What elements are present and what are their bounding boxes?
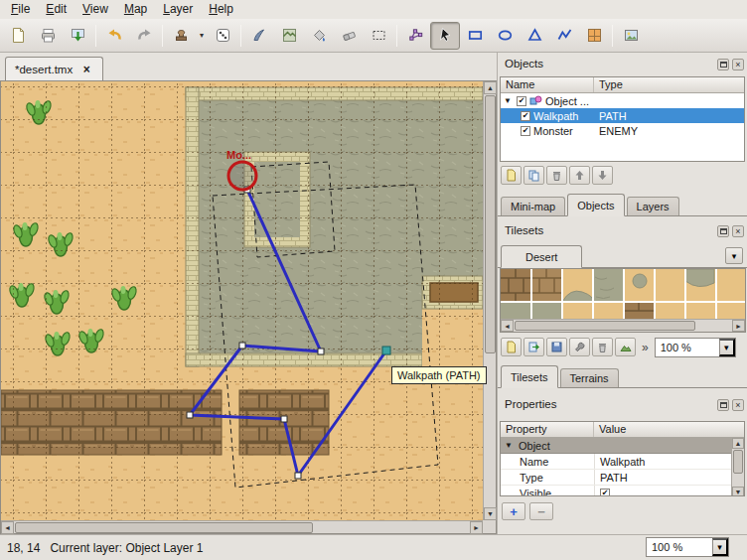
- image-layer-button[interactable]: [616, 22, 646, 50]
- tab-terrains[interactable]: Terrains: [560, 368, 619, 387]
- duplicate-object-button[interactable]: [523, 166, 544, 185]
- chevron-down-icon[interactable]: ▾: [719, 339, 735, 356]
- random-mode-button[interactable]: [208, 22, 237, 50]
- property-row-name[interactable]: Name Walkpath: [501, 454, 744, 470]
- eraser-button[interactable]: [334, 22, 364, 50]
- object-layer-row[interactable]: ▼ ✔ Object ...: [501, 93, 744, 108]
- scrollbar-thumb[interactable]: [15, 522, 313, 533]
- object-visibility-checkbox[interactable]: ✔: [521, 111, 530, 121]
- import-tileset-button[interactable]: [523, 338, 544, 356]
- remove-property-button[interactable]: −: [529, 502, 553, 520]
- expander-down-icon[interactable]: ▼: [504, 96, 514, 105]
- walkpath-row[interactable]: ✔ Walkpath PATH: [501, 108, 744, 123]
- chevron-down-icon[interactable]: ▾: [712, 538, 728, 556]
- lower-object-button[interactable]: [592, 166, 613, 185]
- add-property-button[interactable]: +: [502, 502, 525, 520]
- terrain-tool-button[interactable]: [274, 22, 304, 50]
- visible-checkbox[interactable]: ✔: [600, 489, 610, 497]
- scrollbar-thumb[interactable]: [515, 321, 695, 331]
- map-canvas[interactable]: Mo...: [1, 81, 483, 520]
- menu-view[interactable]: View: [75, 0, 116, 19]
- new-object-button[interactable]: [501, 166, 522, 185]
- tileset-list-dropdown[interactable]: ▾: [725, 247, 743, 264]
- expander-down-icon[interactable]: ▼: [505, 441, 515, 450]
- menu-map[interactable]: Map: [116, 0, 155, 19]
- edit-terrain-button[interactable]: [615, 338, 636, 356]
- print-button[interactable]: [33, 22, 63, 50]
- scroll-right-icon[interactable]: ►: [732, 320, 745, 332]
- new-button[interactable]: [3, 22, 33, 50]
- dock-float-button[interactable]: [717, 225, 729, 237]
- tab-desert-tmx[interactable]: *desert.tmx ×: [5, 57, 103, 80]
- tileset-zoom-combobox[interactable]: 100 % ▾: [655, 338, 736, 357]
- scrollbar-thumb[interactable]: [733, 450, 743, 474]
- toolbar-overflow-chevron[interactable]: »: [642, 341, 649, 354]
- menu-edit[interactable]: Edit: [38, 0, 75, 19]
- menu-help[interactable]: Help: [201, 0, 241, 19]
- scroll-up-icon[interactable]: ▲: [484, 81, 497, 94]
- tileset-view[interactable]: ◄ ►: [500, 268, 746, 333]
- dock-float-button[interactable]: [717, 399, 729, 411]
- new-file-icon: [505, 169, 518, 182]
- column-header-property[interactable]: Property: [501, 422, 594, 437]
- tab-layers[interactable]: Layers: [627, 197, 679, 215]
- column-header-value[interactable]: Value: [594, 422, 744, 437]
- raise-object-button[interactable]: [569, 166, 590, 185]
- edit-polygons-button[interactable]: [400, 22, 430, 50]
- insert-polygon-button[interactable]: [520, 22, 549, 50]
- scroll-right-icon[interactable]: ►: [470, 521, 483, 534]
- property-row-type[interactable]: Type PATH: [501, 470, 744, 486]
- tab-mini-map[interactable]: Mini-map: [501, 197, 565, 215]
- tileset-properties-button[interactable]: [569, 338, 590, 356]
- layer-visibility-checkbox[interactable]: ✔: [517, 96, 526, 106]
- close-icon[interactable]: ×: [79, 63, 93, 76]
- remove-object-button[interactable]: [546, 166, 567, 185]
- undo-button[interactable]: [99, 22, 129, 50]
- property-value[interactable]: PATH: [600, 472, 628, 484]
- map-vertical-scrollbar[interactable]: ▲ ▼: [483, 81, 496, 520]
- export-tileset-button[interactable]: [546, 338, 567, 356]
- redo-button[interactable]: [129, 22, 159, 50]
- map-horizontal-scrollbar[interactable]: ◄ ►: [1, 520, 483, 533]
- tileset-horizontal-scrollbar[interactable]: ◄ ►: [501, 319, 745, 332]
- properties-dock-title: Properties: [505, 398, 556, 410]
- new-tileset-button[interactable]: [501, 338, 522, 356]
- dock-float-button[interactable]: [717, 59, 729, 70]
- insert-rectangle-button[interactable]: [460, 22, 490, 50]
- insert-tile-object-button[interactable]: [579, 22, 609, 50]
- stamp-brush-button[interactable]: [166, 22, 196, 50]
- insert-polyline-button[interactable]: [549, 22, 579, 50]
- bucket-fill-button[interactable]: [304, 22, 334, 50]
- scroll-up-icon[interactable]: ▲: [732, 438, 744, 449]
- tileset-image[interactable]: [501, 269, 745, 320]
- scroll-left-icon[interactable]: ◄: [1, 521, 14, 534]
- properties-scrollbar[interactable]: ▲ ▼: [731, 438, 744, 496]
- select-objects-button[interactable]: [430, 22, 460, 50]
- column-header-type[interactable]: Type: [594, 77, 744, 92]
- column-header-name[interactable]: Name: [501, 77, 594, 92]
- remove-tileset-button[interactable]: [592, 338, 613, 356]
- property-row-visible[interactable]: Visible ✔: [501, 486, 744, 496]
- monster-row[interactable]: ✔ Monster ENEMY: [501, 123, 744, 138]
- tab-desert-tileset[interactable]: Desert: [501, 245, 582, 268]
- scroll-down-icon[interactable]: ▼: [484, 507, 497, 520]
- dock-close-button[interactable]: ×: [732, 399, 744, 411]
- property-group-row[interactable]: ▼ Object: [501, 438, 744, 454]
- tab-objects[interactable]: Objects: [567, 194, 624, 216]
- object-visibility-checkbox[interactable]: ✔: [521, 126, 530, 136]
- rectangular-select-button[interactable]: [364, 22, 393, 50]
- dock-close-button[interactable]: ×: [732, 225, 744, 237]
- scroll-down-icon[interactable]: ▼: [732, 487, 744, 496]
- stamp-dropdown-button[interactable]: ▾: [196, 22, 208, 50]
- tab-tilesets[interactable]: Tilesets: [501, 365, 558, 388]
- scrollbar-thumb[interactable]: [485, 95, 496, 353]
- zoom-combobox[interactable]: 100 % ▾: [646, 537, 729, 557]
- property-value[interactable]: Walkpath: [600, 456, 645, 468]
- export-image-button[interactable]: [63, 22, 92, 50]
- menu-layer[interactable]: Layer: [155, 0, 201, 19]
- dock-close-button[interactable]: ×: [732, 59, 744, 70]
- brush-button[interactable]: [244, 22, 274, 50]
- insert-ellipse-button[interactable]: [490, 22, 520, 50]
- scroll-left-icon[interactable]: ◄: [501, 320, 514, 332]
- menu-file[interactable]: File: [3, 0, 38, 19]
